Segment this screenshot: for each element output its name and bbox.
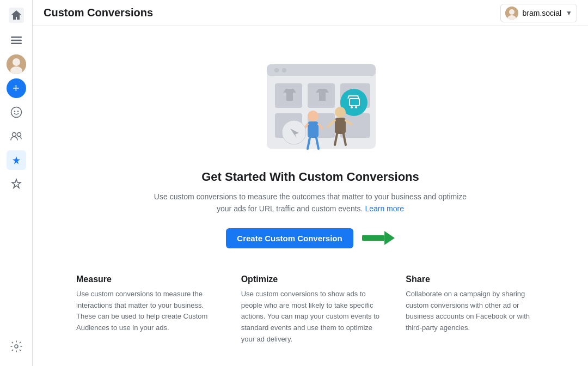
hero-illustration	[234, 48, 387, 157]
svg-rect-3	[11, 43, 22, 45]
svg-point-31	[355, 106, 357, 108]
svg-point-9	[17, 111, 18, 112]
svg-point-7	[11, 107, 21, 118]
feature-card-title-share: Share	[406, 274, 544, 284]
svg-point-11	[17, 133, 21, 137]
svg-rect-45	[362, 235, 384, 241]
svg-point-21	[282, 68, 286, 72]
content-area: Get Started With Custom Conversions Use …	[33, 26, 588, 366]
svg-point-8	[14, 111, 15, 112]
feature-card-title-measure: Measure	[76, 274, 215, 284]
sidebar-icon-smiley[interactable]	[7, 102, 26, 122]
sidebar-add-button[interactable]: +	[7, 78, 26, 98]
feature-card-measure: Measure Use custom conversions to measur…	[76, 274, 215, 345]
sidebar: +	[0, 0, 33, 366]
account-name: bram.social	[523, 9, 562, 17]
svg-rect-1	[11, 36, 22, 38]
sidebar-icon-audiences[interactable]	[7, 126, 26, 146]
feature-cards: Measure Use custom conversions to measur…	[65, 274, 555, 345]
svg-point-16	[509, 9, 514, 15]
learn-more-link[interactable]: Learn more	[365, 204, 404, 213]
svg-point-32	[308, 111, 318, 121]
feature-card-desc-optimize: Use custom conversions to show ads to pe…	[241, 289, 380, 345]
create-custom-conversion-button[interactable]: Create Custom Conversion	[226, 228, 353, 248]
svg-rect-2	[11, 40, 22, 41]
svg-point-10	[12, 133, 16, 137]
feature-card-optimize: Optimize Use custom conversions to show …	[241, 274, 380, 345]
sidebar-home-icon[interactable]	[7, 5, 26, 25]
chevron-down-icon: ▼	[566, 9, 572, 17]
page-title: Custom Conversions	[44, 7, 153, 19]
svg-rect-39	[335, 118, 346, 134]
feature-card-share: Share Collaborate on a campaign by shari…	[406, 274, 544, 345]
arrow-indicator	[362, 230, 395, 246]
svg-marker-46	[384, 231, 395, 245]
sidebar-bottom	[7, 337, 26, 361]
feature-card-title-optimize: Optimize	[241, 274, 380, 284]
hero-subtitle: Use custom conversions to measure the ou…	[147, 191, 474, 215]
sidebar-settings-icon[interactable]	[7, 337, 26, 356]
svg-point-14	[15, 345, 18, 348]
header: Custom Conversions bram.social ▼	[33, 0, 588, 26]
feature-card-desc-measure: Use custom conversions to measure the in…	[76, 289, 215, 334]
svg-rect-33	[308, 121, 318, 138]
sidebar-avatar[interactable]	[7, 54, 26, 74]
sidebar-icon-settings-nav[interactable]	[7, 174, 26, 194]
main-container: Custom Conversions bram.social ▼	[33, 0, 588, 366]
svg-point-5	[13, 58, 20, 66]
cta-area: Create Custom Conversion	[226, 228, 394, 248]
hero-title: Get Started With Custom Conversions	[201, 170, 419, 184]
account-avatar	[505, 7, 518, 20]
sidebar-icon-star[interactable]	[7, 150, 26, 170]
account-selector[interactable]: bram.social ▼	[500, 4, 577, 22]
svg-point-38	[335, 107, 346, 118]
svg-point-20	[274, 68, 279, 72]
feature-card-desc-share: Collaborate on a campaign by sharing cus…	[406, 289, 544, 334]
svg-marker-13	[12, 179, 21, 188]
sidebar-menu-icon[interactable]	[7, 30, 26, 50]
svg-point-30	[351, 106, 353, 108]
